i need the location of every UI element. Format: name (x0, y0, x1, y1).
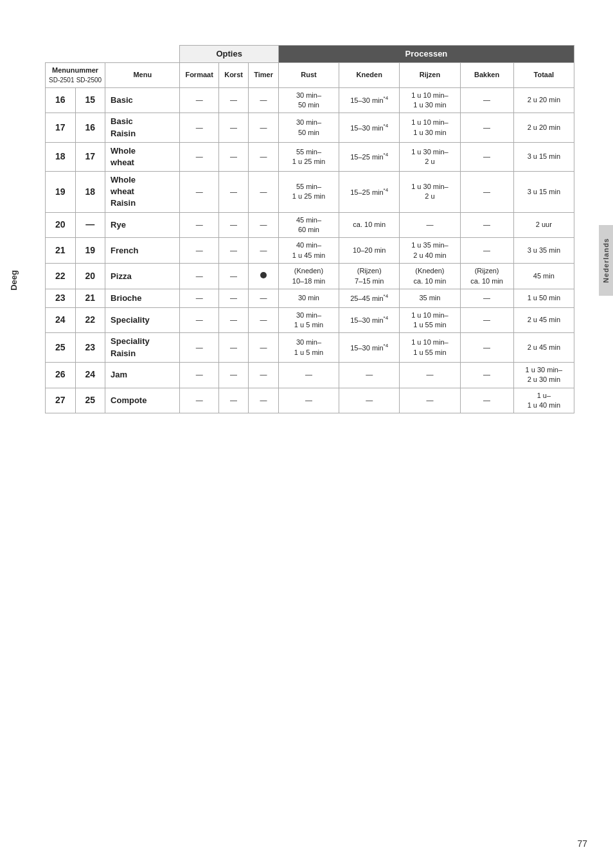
totaal-cell: 45 min (513, 264, 574, 289)
totaal-cell: 1 u–1 u 40 min (513, 388, 574, 413)
menu-num-sd2500: 17 (75, 142, 105, 171)
sd2500-label: SD-2500 (76, 76, 102, 85)
korst-cell: — (218, 333, 249, 362)
bakken-subheader: Bakken (460, 63, 513, 87)
korst-cell: — (218, 238, 249, 264)
menu-num-sd2500: 16 (75, 113, 105, 142)
table-row: 2220Pizza——(Kneden)10–18 min(Rijzen)7–15… (46, 264, 574, 289)
menu-num-sd2500: 24 (75, 362, 105, 388)
formaat-subheader: Formaat (180, 63, 218, 87)
formaat-cell: — (180, 333, 218, 362)
bakken-cell: — (460, 307, 513, 333)
totaal-cell: 1 u 30 min–2 u 30 min (513, 362, 574, 388)
formaat-cell: — (180, 142, 218, 171)
menu-name: Jam (105, 362, 180, 388)
deeg-label: Deeg (9, 270, 19, 291)
rust-cell: 55 min–1 u 25 min (278, 142, 339, 171)
rust-cell: 55 min–1 u 25 min (278, 172, 339, 213)
menu-num-sd2501: 26 (46, 362, 76, 388)
menunummer-header: Menunummer SD-2501 SD-2500 (46, 63, 105, 87)
kneden-cell: (Rijzen)7–15 min (339, 264, 400, 289)
processen-header: Processen (278, 46, 574, 63)
korst-cell: — (218, 142, 249, 171)
korst-cell: — (218, 212, 249, 238)
bakken-cell: — (460, 362, 513, 388)
table-row: 1817Wholewheat———55 min–1 u 25 min15–25 … (46, 142, 574, 171)
korst-subheader: Korst (218, 63, 249, 87)
formaat-cell: — (180, 289, 218, 308)
menu-num-sd2500: 23 (75, 333, 105, 362)
menu-name: Brioche (105, 289, 180, 308)
korst-cell: — (218, 264, 249, 289)
rijzen-cell: 1 u 10 min–1 u 30 min (400, 87, 460, 113)
bakken-cell: — (460, 113, 513, 142)
table-row: 1918WholewheatRaisin———55 min–1 u 25 min… (46, 172, 574, 213)
menu-name: Pizza (105, 264, 180, 289)
menu-num-sd2501: 21 (46, 238, 76, 264)
kneden-cell: — (339, 388, 400, 413)
timer-cell: — (249, 212, 279, 238)
menu-num-sd2501: 22 (46, 264, 76, 289)
menu-num-sd2501: 17 (46, 113, 76, 142)
totaal-cell: 2 u 20 min (513, 113, 574, 142)
kneden-cell: 15–30 min*4 (339, 307, 400, 333)
menu-num-sd2500: — (75, 212, 105, 238)
rust-cell: 30 min (278, 289, 339, 308)
kneden-cell: 15–30 min*4 (339, 113, 400, 142)
korst-cell: — (218, 362, 249, 388)
kneden-subheader: Kneden (339, 63, 400, 87)
rijzen-cell: 1 u 30 min–2 u (400, 172, 460, 213)
menu-name: Rye (105, 212, 180, 238)
kneden-cell: — (339, 362, 400, 388)
bakken-cell: — (460, 289, 513, 308)
menu-num-sd2501: 27 (46, 388, 76, 413)
formaat-cell: — (180, 264, 218, 289)
timer-cell (249, 264, 279, 289)
totaal-cell: 3 u 35 min (513, 238, 574, 264)
menu-num-sd2500: 25 (75, 388, 105, 413)
opties-header: Opties (180, 46, 278, 63)
formaat-cell: — (180, 87, 218, 113)
timer-cell: — (249, 333, 279, 362)
table-wrapper: Opties Processen Menunummer SD-2501 SD-2… (45, 45, 574, 413)
table-row: 1615Basic———30 min–50 min15–30 min*41 u … (46, 87, 574, 113)
korst-cell: — (218, 87, 249, 113)
bakken-cell: — (460, 238, 513, 264)
rust-subheader: Rust (278, 63, 339, 87)
table-row: 2624Jam———————1 u 30 min–2 u 30 min (46, 362, 574, 388)
page-number: 77 (577, 838, 587, 849)
rust-cell: 45 min–60 min (278, 212, 339, 238)
kneden-cell: 15–30 min*4 (339, 87, 400, 113)
rijzen-cell: — (400, 388, 460, 413)
nederlands-tab: Nederlands (599, 225, 613, 296)
rust-cell: 30 min–50 min (278, 113, 339, 142)
bakken-cell: — (460, 87, 513, 113)
main-table: Opties Processen Menunummer SD-2501 SD-2… (45, 45, 574, 413)
rust-cell: 40 min–1 u 45 min (278, 238, 339, 264)
rijzen-cell: 1 u 30 min–2 u (400, 142, 460, 171)
table-row: 1716BasicRaisin———30 min–50 min15–30 min… (46, 113, 574, 142)
formaat-cell: — (180, 113, 218, 142)
menunummer-label: Menunummer (49, 66, 102, 75)
rijzen-cell: 1 u 10 min–1 u 55 min (400, 333, 460, 362)
formaat-cell: — (180, 172, 218, 213)
bakken-cell: — (460, 388, 513, 413)
korst-cell: — (218, 289, 249, 308)
totaal-cell: 3 u 15 min (513, 172, 574, 213)
rijzen-cell: 1 u 10 min–1 u 30 min (400, 113, 460, 142)
totaal-cell: 2 u 20 min (513, 87, 574, 113)
menu-num-sd2501: 19 (46, 172, 76, 213)
menu-num-sd2500: 21 (75, 289, 105, 308)
menu-name: SpecialityRaisin (105, 333, 180, 362)
menu-num-sd2500: 19 (75, 238, 105, 264)
menu-num-sd2500: 20 (75, 264, 105, 289)
menu-num-sd2501: 23 (46, 289, 76, 308)
rijzen-cell: 1 u 35 min–2 u 40 min (400, 238, 460, 264)
menu-col-header-empty (105, 46, 180, 63)
table-row: 2422Speciality———30 min–1 u 5 min15–30 m… (46, 307, 574, 333)
totaal-cell: 2 uur (513, 212, 574, 238)
table-row: 2119French———40 min–1 u 45 min10–20 min1… (46, 238, 574, 264)
rust-cell: 30 min–1 u 5 min (278, 333, 339, 362)
rust-cell: — (278, 362, 339, 388)
nederlands-label: Nederlands (602, 238, 610, 283)
